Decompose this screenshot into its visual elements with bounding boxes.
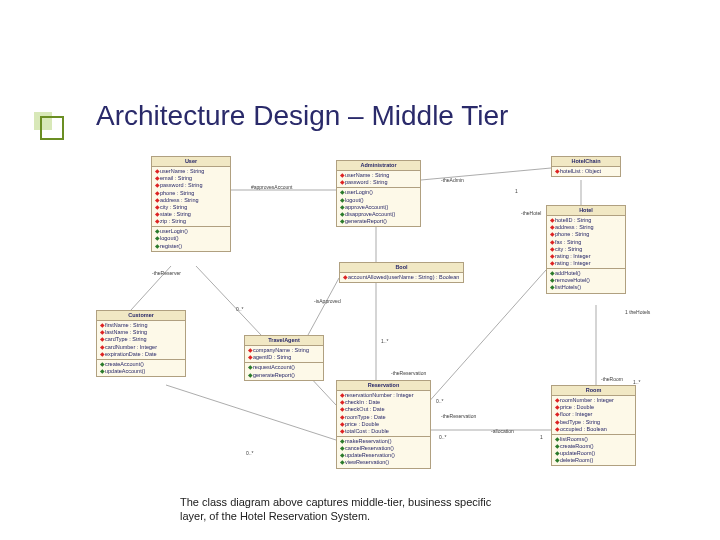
assoc-label: 1..* (381, 338, 389, 344)
op-section: ◆userLogin() ◆logout() ◆register() (152, 227, 230, 250)
assoc-label: -theReservation (391, 370, 426, 376)
assoc-label: #approvesAccount (251, 184, 292, 190)
assoc-label: -theReservation (441, 413, 476, 419)
attr-section: ◆accountAllowed(userName : String) : Boo… (340, 273, 463, 282)
assoc-label: 0..* (436, 398, 444, 404)
assoc-label: -theReserver (152, 270, 181, 276)
class-hotel: Hotel ◆hotelID : String ◆address : Strin… (546, 205, 626, 294)
assoc-label: 1..* (633, 379, 641, 385)
assoc-label: 1 (540, 434, 543, 440)
class-bool: Bool ◆accountAllowed(userName : String) … (339, 262, 464, 283)
op-section: ◆createAccount() ◆updateAccount() (97, 360, 185, 376)
svg-line-6 (308, 278, 339, 335)
class-title: Customer (97, 311, 185, 321)
attr-section: ◆hotelList : Object (552, 167, 620, 176)
assoc-label: 1 theHotels (625, 309, 650, 315)
attr-section: ◆userName : String ◆password : String (337, 171, 420, 188)
class-title: Bool (340, 263, 463, 273)
attr-section: ◆hotelID : String ◆address : String ◆pho… (547, 216, 625, 269)
assoc-label: -theAdmin (441, 177, 464, 183)
attr-section: ◆userName : String ◆email : String ◆pass… (152, 167, 230, 227)
assoc-label: -allocation (491, 428, 514, 434)
op-section: ◆listRooms() ◆createRoom() ◆updateRoom()… (552, 435, 635, 466)
op-section: ◆userLogin() ◆logout() ◆approveAccount()… (337, 188, 420, 226)
svg-line-1 (196, 266, 261, 335)
class-travelagent: TravelAgent ◆companyName : String ◆agent… (244, 335, 324, 381)
class-title: User (152, 157, 230, 167)
assoc-label: 0..* (439, 434, 447, 440)
class-title: Room (552, 386, 635, 396)
assoc-label: -theRoom (601, 376, 623, 382)
attr-section: ◆reservationNumber : Integer ◆checkIn : … (337, 391, 430, 437)
attr-section: ◆companyName : String ◆agentID : String (245, 346, 323, 363)
class-title: Hotel (547, 206, 625, 216)
uml-diagram-canvas: User ◆userName : String ◆email : String … (96, 150, 666, 490)
class-reservation: Reservation ◆reservationNumber : Integer… (336, 380, 431, 469)
class-administrator: Administrator ◆userName : String ◆passwo… (336, 160, 421, 227)
op-section: ◆requestAccount() ◆generateReport() (245, 363, 323, 379)
class-user: User ◆userName : String ◆email : String … (151, 156, 231, 252)
class-title: Administrator (337, 161, 420, 171)
assoc-label: 0..* (246, 450, 254, 456)
attr-section: ◆roomNumber : Integer ◆price : Double ◆f… (552, 396, 635, 435)
class-title: TravelAgent (245, 336, 323, 346)
class-customer: Customer ◆firstName : String ◆lastName :… (96, 310, 186, 377)
op-section: ◆makeReservation() ◆cancelReservation() … (337, 437, 430, 468)
class-room: Room ◆roomNumber : Integer ◆price : Doub… (551, 385, 636, 466)
slide-caption: The class diagram above captures middle-… (180, 495, 520, 524)
assoc-label: 1 (515, 188, 518, 194)
svg-line-9 (166, 385, 336, 440)
assoc-label: 0..* (236, 306, 244, 312)
class-hotelchain: HotelChain ◆hotelList : Object (551, 156, 621, 177)
attr-section: ◆firstName : String ◆lastName : String ◆… (97, 321, 185, 360)
slide-title: Architecture Design – Middle Tier (96, 100, 508, 132)
class-title: HotelChain (552, 157, 620, 167)
assoc-label: -theHotel (521, 210, 541, 216)
op-section: ◆addHotel() ◆removeHotel() ◆listHotels() (547, 269, 625, 292)
slide-accent-icon (34, 110, 54, 130)
svg-line-10 (426, 270, 546, 405)
assoc-label: -isApproved (314, 298, 341, 304)
class-title: Reservation (337, 381, 430, 391)
